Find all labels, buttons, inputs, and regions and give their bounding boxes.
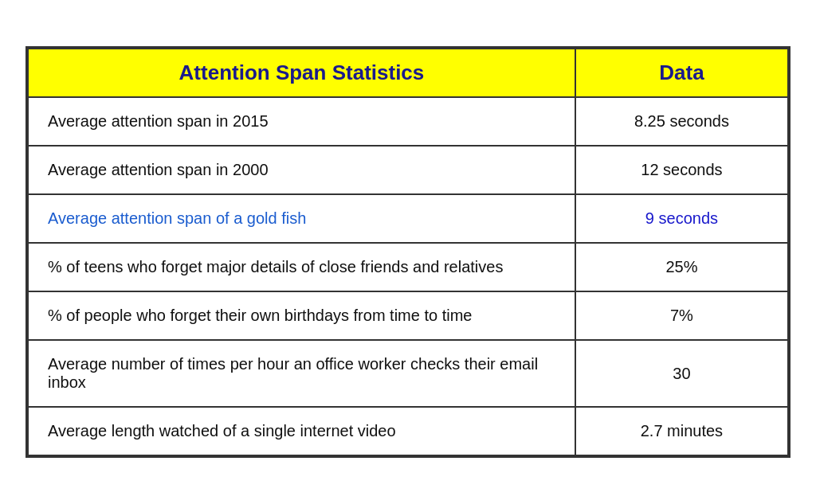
row-4-value: 7%: [575, 291, 788, 340]
header-col1: Attention Span Statistics: [28, 49, 575, 97]
header-col2: Data: [575, 49, 788, 97]
row-2-value: 9 seconds: [575, 194, 788, 243]
table-row: Average attention span in 200012 seconds: [28, 146, 788, 194]
row-5-label: Average number of times per hour an offi…: [28, 340, 575, 407]
table-row: % of teens who forget major details of c…: [28, 243, 788, 291]
attention-span-table: Attention Span Statistics Data Average a…: [27, 48, 789, 456]
table-row: Average attention span in 20158.25 secon…: [28, 97, 788, 146]
row-0-label: Average attention span in 2015: [28, 97, 575, 146]
row-6-label: Average length watched of a single inter…: [28, 407, 575, 455]
table-row: Average length watched of a single inter…: [28, 407, 788, 455]
table-row: % of people who forget their own birthda…: [28, 291, 788, 340]
row-0-value: 8.25 seconds: [575, 97, 788, 146]
row-5-value: 30: [575, 340, 788, 407]
row-1-label: Average attention span in 2000: [28, 146, 575, 194]
table-wrapper: Attention Span Statistics Data Average a…: [26, 46, 790, 458]
row-4-label: % of people who forget their own birthda…: [28, 291, 575, 340]
row-6-value: 2.7 minutes: [575, 407, 788, 455]
table-row: Average number of times per hour an offi…: [28, 340, 788, 407]
row-3-value: 25%: [575, 243, 788, 291]
row-3-label: % of teens who forget major details of c…: [28, 243, 575, 291]
row-1-value: 12 seconds: [575, 146, 788, 194]
table-row: Average attention span of a gold fish9 s…: [28, 194, 788, 243]
row-2-label: Average attention span of a gold fish: [28, 194, 575, 243]
